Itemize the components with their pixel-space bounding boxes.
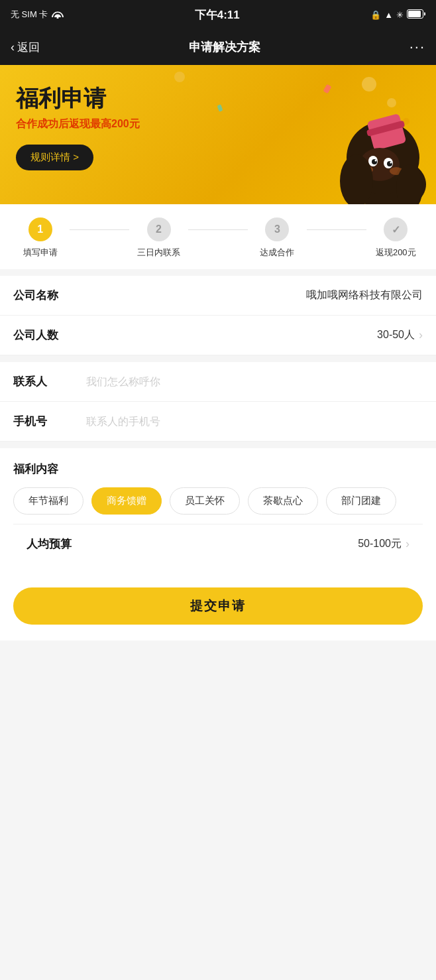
step-line-2 (188, 229, 247, 230)
budget-value: 50-100元 (86, 537, 402, 551)
company-size-row[interactable]: 公司人数 30-50人 › (0, 316, 436, 355)
coin-decoration-3 (174, 72, 185, 82)
company-size-value: 30-50人 (73, 328, 415, 342)
bluetooth-icon: ✳ (396, 10, 404, 20)
status-time: 下午4:11 (195, 7, 240, 23)
company-size-label: 公司人数 (13, 328, 73, 343)
back-chevron-icon: ‹ (11, 40, 15, 54)
welfare-section: 福利内容 年节福利 商务馈赠 员工关怀 茶歇点心 部门团建 人均预算 50-10… (0, 448, 436, 577)
contact-input[interactable] (73, 376, 423, 388)
phone-input[interactable] (73, 416, 423, 428)
nav-bar: ‹ 返回 申请解决方案 ··· (0, 29, 436, 65)
section-divider-2 (0, 355, 436, 362)
status-right: 🔒 ▲ ✳ (370, 9, 425, 21)
more-button[interactable]: ··· (409, 38, 425, 56)
back-button[interactable]: ‹ 返回 (11, 40, 40, 55)
company-size-arrow-icon: › (419, 328, 423, 342)
phone-row[interactable]: 手机号 (0, 402, 436, 442)
no-sim-text: 无 SIM 卡 (11, 9, 48, 21)
battery-icon (407, 9, 425, 21)
submit-button[interactable]: 提交申请 (13, 587, 423, 625)
page-title: 申请解决方案 (189, 39, 260, 55)
phone-label: 手机号 (13, 414, 73, 429)
step-4-circle: ✓ (384, 217, 408, 241)
banner-character-illustration (310, 78, 436, 204)
svg-rect-1 (408, 11, 421, 17)
budget-label: 人均预算 (27, 536, 86, 552)
submit-container: 提交申请 (0, 577, 436, 641)
banner: 福利申请 合作成功后返现最高200元 规则详情 > (0, 65, 436, 204)
contact-label: 联系人 (13, 374, 73, 389)
section-divider-3 (0, 442, 436, 448)
welfare-tag-4[interactable]: 部门团建 (326, 487, 396, 515)
svg-point-11 (375, 160, 377, 162)
welfare-tags-container: 年节福利 商务馈赠 员工关怀 茶歇点心 部门团建 (13, 487, 423, 515)
section-divider-1 (0, 269, 436, 276)
welfare-tag-2[interactable]: 员工关怀 (170, 487, 240, 515)
back-label: 返回 (17, 40, 40, 55)
welfare-tag-3[interactable]: 茶歇点心 (248, 487, 318, 515)
company-name-label: 公司名称 (13, 288, 73, 303)
contact-section: 联系人 手机号 (0, 362, 436, 442)
budget-row[interactable]: 人均预算 50-100元 › (13, 524, 423, 564)
status-left: 无 SIM 卡 (11, 9, 64, 21)
svg-point-12 (390, 162, 392, 164)
step-2: 2 三日内联系 (129, 217, 188, 259)
step-1-label: 填写申请 (23, 247, 58, 259)
step-2-circle: 2 (147, 217, 171, 241)
contact-row[interactable]: 联系人 (0, 362, 436, 402)
step-4: ✓ 返现200元 (366, 217, 425, 259)
budget-arrow-icon: › (406, 537, 409, 551)
step-line-3 (307, 229, 366, 230)
welfare-tag-0[interactable]: 年节福利 (13, 487, 83, 515)
step-line-1 (70, 229, 129, 230)
lock-icon: 🔒 (370, 10, 381, 20)
steps-container: 1 填写申请 2 三日内联系 3 达成合作 ✓ 返现200元 (0, 204, 436, 269)
step-1-circle: 1 (28, 217, 52, 241)
company-name-section: 公司名称 哦加哦网络科技有限公司 公司人数 30-50人 › (0, 276, 436, 355)
rules-button[interactable]: 规则详情 > (16, 145, 93, 170)
step-4-label: 返现200元 (376, 247, 416, 259)
status-bar: 无 SIM 卡 下午4:11 🔒 ▲ ✳ (0, 0, 436, 29)
step-3-circle: 3 (265, 217, 289, 241)
step-3-label: 达成合作 (260, 247, 294, 259)
company-name-row: 公司名称 哦加哦网络科技有限公司 (0, 276, 436, 316)
welfare-title: 福利内容 (13, 461, 423, 477)
wifi-icon (52, 9, 64, 21)
step-1: 1 填写申请 (11, 217, 70, 259)
welfare-tag-1[interactable]: 商务馈赠 (91, 487, 162, 515)
step-3: 3 达成合作 (248, 217, 307, 259)
location-icon: ▲ (384, 10, 393, 20)
step-2-label: 三日内联系 (137, 247, 180, 259)
banner-amount: 200元 (111, 118, 140, 129)
company-name-value: 哦加哦网络科技有限公司 (73, 288, 423, 302)
